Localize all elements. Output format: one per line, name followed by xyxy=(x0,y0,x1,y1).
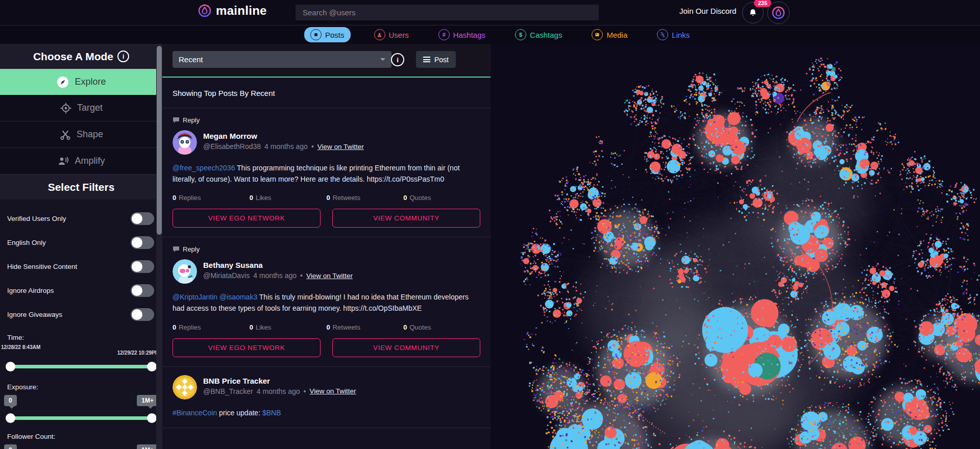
filters-header: Select Filters xyxy=(0,174,162,199)
author-name[interactable]: BNB Price Tracker xyxy=(203,377,356,385)
tab-label: Hashtags xyxy=(453,31,485,39)
sort-value: Recent xyxy=(179,55,203,64)
tab-hashtags[interactable]: # Hashtags xyxy=(432,27,492,42)
mode-info-icon[interactable]: i xyxy=(117,51,129,62)
post-text: @KriptoJantin @isaomak3 This is truly mi… xyxy=(173,292,479,314)
post-stats: 0Replies 0Likes 0Retweets 0Quotes xyxy=(173,323,480,331)
feed-info-icon[interactable]: i xyxy=(391,53,404,66)
tab-label: Users xyxy=(389,31,409,39)
mode-amplify[interactable]: Amplify xyxy=(0,148,162,174)
tab-media[interactable]: Media xyxy=(585,27,633,42)
giveaways-toggle[interactable] xyxy=(131,308,154,321)
top-bar: mainline Join Our Discord 235 xyxy=(0,0,980,26)
exposure-slider-handle-left[interactable] xyxy=(6,413,15,423)
hashtag-link[interactable]: #BinanceCoin xyxy=(173,409,217,417)
view-ego-network-button[interactable]: VIEW EGO NETWORK xyxy=(173,338,321,357)
view-community-button[interactable]: VIEW COMMUNITY xyxy=(332,209,480,228)
network-canvas[interactable] xyxy=(491,44,980,449)
time-slider-handle-left[interactable] xyxy=(6,362,15,371)
mode-explore[interactable]: Explore xyxy=(0,69,162,95)
avatar[interactable] xyxy=(173,375,197,400)
notifications-button[interactable]: 235 xyxy=(742,2,764,23)
post-time: 4 months ago xyxy=(253,271,297,280)
view-on-twitter-link[interactable]: View on Twitter xyxy=(306,272,353,280)
cashtag-link[interactable]: $BNB xyxy=(262,409,281,417)
follower-min-chip: 0 xyxy=(4,444,17,449)
tab-posts[interactable]: Posts xyxy=(304,27,351,42)
sidebar-scrollbar-thumb[interactable] xyxy=(157,46,162,235)
time-end: 12/29/22 10:29PM xyxy=(117,350,159,356)
post-head: Megan Morrow @ElisabethRod38 4 months ag… xyxy=(173,130,480,155)
avatar[interactable] xyxy=(173,259,197,284)
verified-toggle[interactable] xyxy=(131,212,154,225)
author-name[interactable]: Megan Morrow xyxy=(203,132,364,140)
mode-header: Choose A Mode i xyxy=(0,44,162,69)
post-author: BNB Price Tracker @BNB_Tracker 4 months … xyxy=(203,375,356,400)
sort-dropdown[interactable]: Recent xyxy=(173,51,391,68)
mainline-logo-icon xyxy=(198,4,211,17)
reply-label: Reply xyxy=(183,245,200,253)
view-ego-network-button[interactable]: VIEW EGO NETWORK xyxy=(173,209,321,228)
speech-bubble-icon xyxy=(173,117,180,123)
mode-shape[interactable]: Shape xyxy=(0,121,162,148)
post-actions: VIEW EGO NETWORK VIEW COMMUNITY xyxy=(173,209,480,228)
author-handle[interactable]: @ElisabethRod38 xyxy=(203,142,261,151)
reply-label: Reply xyxy=(183,116,200,124)
author-name[interactable]: Bethany Susana xyxy=(203,261,353,269)
app: mainline Join Our Discord 235 Posts xyxy=(0,0,980,449)
sidebar-scrollbar[interactable] xyxy=(156,44,162,449)
list-icon xyxy=(423,56,430,64)
filter-label: English Only xyxy=(7,239,46,246)
post-button[interactable]: Post xyxy=(416,51,456,68)
posts-icon xyxy=(310,29,322,40)
search-category-tabs: Posts Users # Hashtags $ Cashtags Media … xyxy=(0,26,980,44)
post-text: #BinanceCoin price update: $BNB xyxy=(173,408,479,419)
author-handle[interactable]: @BNB_Tracker xyxy=(203,387,253,395)
tab-links[interactable]: Links xyxy=(651,27,696,42)
time-slider-handle-right[interactable] xyxy=(147,362,157,371)
filter-label: Ignore Giveaways xyxy=(7,311,62,318)
post-author: Megan Morrow @ElisabethRod38 4 months ag… xyxy=(203,130,364,155)
time-slider[interactable] xyxy=(10,360,152,373)
exposure-slider-handle-right[interactable] xyxy=(147,413,157,423)
filter-label: Ignore Airdrops xyxy=(7,287,54,294)
mention-link[interactable]: @free_speech2036 xyxy=(173,164,237,172)
mention-link[interactable]: @isaomak3 xyxy=(219,293,259,301)
stat-quotes: 0Quotes xyxy=(403,194,480,202)
mention-link[interactable]: @KriptoJantin xyxy=(173,293,219,301)
post-head: Bethany Susana @MiriataDavis 4 months ag… xyxy=(173,259,480,284)
follower-max-chip: 1M+ xyxy=(137,444,158,449)
mode-header-label: Choose A Mode xyxy=(33,51,113,63)
airdrops-toggle[interactable] xyxy=(131,284,154,297)
discord-link[interactable]: Join Our Discord xyxy=(679,7,737,15)
tab-label: Links xyxy=(672,31,690,39)
tab-users[interactable]: Users xyxy=(368,27,415,42)
feed-panel: Recent i Post Showing Top Posts By Recen… xyxy=(162,44,491,449)
sensitive-toggle[interactable] xyxy=(131,260,154,273)
account-button[interactable] xyxy=(767,2,790,24)
view-on-twitter-link[interactable]: View on Twitter xyxy=(317,143,364,151)
author-meta: @BNB_Tracker 4 months ago • View on Twit… xyxy=(203,387,356,395)
separator-dot: • xyxy=(300,271,303,280)
author-handle[interactable]: @MiriataDavis xyxy=(203,271,250,280)
compass-icon xyxy=(56,76,69,89)
mode-target[interactable]: Target xyxy=(0,95,162,121)
filters-header-label: Select Filters xyxy=(48,181,115,193)
view-on-twitter-link[interactable]: View on Twitter xyxy=(309,387,356,395)
post-time: 4 months ago xyxy=(257,387,300,395)
exposure-max-chip: 1M+ xyxy=(137,395,158,406)
time-start: 12/28/22 8:43AM xyxy=(1,344,40,350)
stat-retweets: 0Retweets xyxy=(327,194,404,202)
view-community-button[interactable]: VIEW COMMUNITY xyxy=(332,338,480,357)
search-input[interactable] xyxy=(296,5,599,20)
sidebar: Choose A Mode i Explore Target S xyxy=(0,44,162,449)
filter-label: Hide Sensitive Content xyxy=(7,263,77,270)
mode-label: Explore xyxy=(75,77,106,87)
tab-cashtags[interactable]: $ Cashtags xyxy=(509,27,568,42)
exposure-slider[interactable] xyxy=(10,411,152,425)
reply-tag: Reply xyxy=(173,245,480,253)
filter-airdrops: Ignore Airdrops xyxy=(0,279,162,303)
english-toggle[interactable] xyxy=(131,236,154,249)
author-meta: @ElisabethRod38 4 months ago • View on T… xyxy=(203,142,364,151)
avatar[interactable] xyxy=(173,130,197,155)
